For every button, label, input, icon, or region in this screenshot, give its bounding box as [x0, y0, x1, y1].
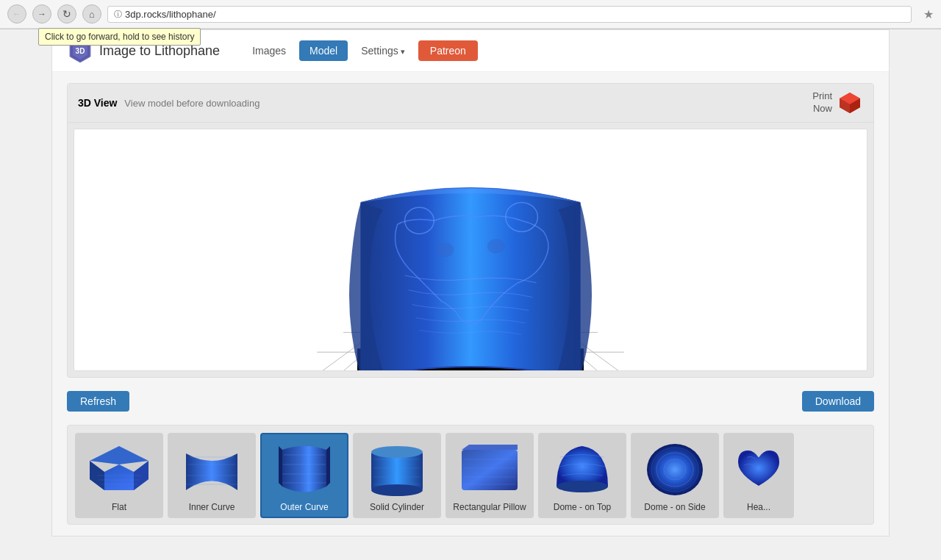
shape-selector: Flat: [67, 425, 874, 525]
view-title-area: 3D View View model before downloading: [78, 97, 260, 109]
shape-dome-top[interactable]: Dome - on Top: [538, 433, 626, 518]
shape-outer-curve[interactable]: Outer Curve: [260, 433, 348, 518]
shape-rectangular-pillow[interactable]: Rectangular Pillow: [446, 433, 534, 518]
3d-scene: [74, 129, 867, 370]
back-button[interactable]: ←: [7, 4, 26, 24]
nav-images[interactable]: Images: [242, 40, 296, 61]
shape-heart[interactable]: Hea...: [723, 433, 794, 518]
shape-solid-cylinder[interactable]: Solid Cylinder: [353, 433, 441, 518]
svg-point-67: [647, 444, 703, 495]
address-bar[interactable]: ⓘ 3dp.rocks/lithophane/: [107, 6, 912, 23]
print-now-label: PrintNow: [812, 90, 832, 115]
nav-model[interactable]: Model: [299, 40, 348, 61]
shape-rectangular-pillow-thumb: [453, 439, 526, 498]
print-icon: [837, 90, 863, 116]
nav-links: Images Model Settings Patreon: [242, 40, 478, 61]
controls-row: Refresh Download: [67, 387, 874, 416]
shapes-row: Flat: [75, 433, 866, 524]
shape-inner-curve-label: Inner Curve: [189, 502, 235, 512]
bookmark-icon[interactable]: ★: [923, 7, 934, 21]
svg-point-66: [557, 481, 608, 492]
refresh-button[interactable]: Refresh: [67, 391, 129, 412]
browser-toolbar: ← → ↻ ⌂ ⓘ 3dp.rocks/lithophane/ ★ Click …: [0, 0, 941, 29]
shape-flat-thumb: [82, 439, 156, 498]
shape-outer-curve-label: Outer Curve: [280, 502, 328, 512]
viewport[interactable]: [74, 129, 867, 371]
view-section: 3D View View model before downloading Pr…: [67, 83, 874, 378]
shape-heart-thumb: [729, 439, 788, 498]
svg-point-41: [436, 243, 454, 257]
shape-dome-side[interactable]: Dome - on Side: [631, 433, 719, 518]
nav-settings[interactable]: Settings: [351, 40, 415, 61]
viewport-inner: [74, 129, 867, 370]
shape-rectangular-pillow-label: Rectangular Pillow: [453, 502, 526, 512]
shape-dome-top-thumb: [545, 439, 619, 498]
shape-outer-curve-thumb: [268, 439, 341, 498]
download-button[interactable]: Download: [802, 391, 874, 412]
svg-point-56: [371, 484, 423, 496]
shape-flat[interactable]: Flat: [75, 433, 163, 518]
shape-solid-cylinder-label: Solid Cylinder: [370, 502, 424, 512]
shape-inner-curve-thumb: [175, 439, 248, 498]
nav-patreon[interactable]: Patreon: [418, 40, 478, 61]
svg-point-42: [487, 239, 505, 254]
main-content: 3D View View model before downloading Pr…: [52, 72, 889, 536]
svg-point-55: [371, 446, 423, 458]
shape-dome-side-label: Dome - on Side: [644, 502, 705, 512]
print-now-button[interactable]: PrintNow: [812, 90, 863, 116]
shape-inner-curve[interactable]: Inner Curve: [168, 433, 256, 518]
shape-dome-top-label: Dome - on Top: [554, 502, 612, 512]
view-header: 3D View View model before downloading Pr…: [68, 84, 873, 123]
forward-button[interactable]: →: [32, 4, 51, 24]
url-text: 3dp.rocks/lithophane/: [125, 9, 216, 20]
shape-heart-label: Hea...: [747, 502, 770, 512]
reload-button[interactable]: ↻: [57, 4, 76, 24]
home-button[interactable]: ⌂: [82, 4, 101, 24]
view-title: 3D View: [78, 97, 117, 109]
tooltip: Click to go forward, hold to see history: [38, 28, 201, 46]
shape-flat-label: Flat: [112, 502, 126, 512]
svg-text:3D: 3D: [76, 47, 85, 55]
view-subtitle: View model before downloading: [124, 98, 260, 109]
lock-icon: ⓘ: [114, 9, 122, 20]
shape-dome-side-thumb: [638, 439, 712, 498]
shape-solid-cylinder-thumb: [360, 439, 434, 498]
